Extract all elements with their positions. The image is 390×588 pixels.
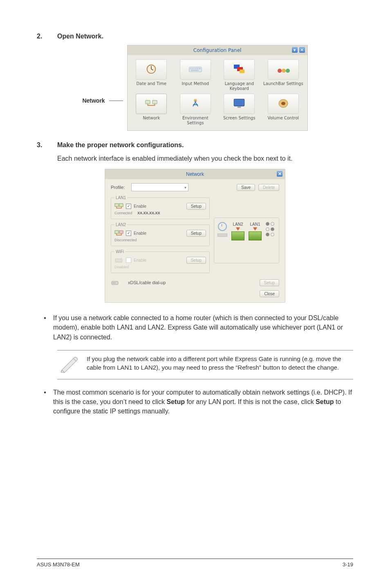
lan1-enable-checkbox[interactable]: ✓ [126,204,131,209]
note-box: If you plug the network cable into a dif… [57,350,353,379]
keyboard-icon [188,63,202,76]
svg-rect-24 [119,204,123,206]
svg-point-22 [281,102,285,105]
setup-bold: Setup [166,398,184,405]
svg-rect-3 [189,67,202,72]
network-icon [144,97,158,110]
svg-point-14 [282,69,286,73]
save-button[interactable]: Save [237,184,255,191]
monitor-icon [232,97,246,110]
refresh-slot-icon [217,233,227,237]
config-item-date-time[interactable]: Date and Time [131,59,173,91]
close-button[interactable]: Close [260,290,279,297]
refresh-icon[interactable] [218,222,227,231]
config-item-label: Date and Time [137,81,167,90]
flags-icon [232,63,246,76]
profile-row: Profile: ▾ Save Delete [111,183,279,191]
minimize-icon[interactable]: ▾ [292,47,298,53]
step-3-heading: 3. Make the proper network configuration… [37,141,353,149]
close-icon[interactable]: ✕ [277,171,282,177]
lan1-setup-button[interactable]: Setup [186,203,206,210]
config-item-label: Environment Settings [175,116,216,126]
bullet-1: • If you use a network cable connected t… [37,313,353,342]
config-item-input-method[interactable]: Input Method [175,59,216,91]
lan1-status: Connected [114,211,132,215]
step-2-number: 2. [37,33,57,40]
svg-rect-12 [240,70,244,73]
config-item-language-keyboard[interactable]: Language and Keyboard [219,59,260,91]
wifi-group: WiFi Enable Setup Disabled [111,249,210,273]
config-panel-title: Configuration Panel [193,47,242,53]
network-callout-label: Network [82,97,105,104]
lan2-group: LAN2 ✓ Enable Setup Disconnected [111,222,210,246]
bullet-2-text: The most common scenario is for your com… [53,388,353,416]
lan1-port-icon [249,231,262,240]
modem-icon [111,279,120,286]
wifi-status: Disabled [114,265,206,269]
wifi-enable-label: Enable [134,258,146,263]
config-item-launchbar[interactable]: LaunchBar Settings [262,59,304,91]
bullet-2-segment: for any LAN port. If this is not the cas… [185,398,316,405]
svg-rect-23 [115,204,119,206]
network-titlebar: Network ✕ [105,169,285,179]
svg-rect-19 [234,99,245,106]
step-3-body: Each network interface is enabled immedi… [57,154,353,163]
lan2-status: Disconnected [114,238,206,242]
svg-rect-17 [152,100,157,104]
pencil-note-icon [60,355,80,375]
network-window: Network ✕ Profile: ▾ Save Delete LAN1 [105,169,285,303]
lan1-ip: XX.XX.XX.XX [137,211,160,215]
svg-point-13 [278,69,282,73]
config-item-screen[interactable]: Screen Settings [219,94,260,126]
svg-rect-20 [238,106,241,108]
config-item-label: Network [143,116,160,125]
config-item-label: Input Method [182,81,209,90]
svg-rect-7 [196,68,197,69]
bullet-marker: • [37,313,53,342]
svg-rect-27 [115,259,121,262]
svg-rect-16 [146,100,150,104]
network-callout-line [109,101,123,101]
bullet-marker: • [37,388,53,416]
svg-rect-26 [119,231,123,233]
lan2-enable-checkbox[interactable]: ✓ [126,231,131,236]
speaker-icon [276,97,290,110]
config-item-label: Screen Settings [223,116,256,125]
configuration-panel-window: Configuration Panel ▾ ✕ Date and Time In… [127,45,308,131]
svg-rect-8 [199,68,201,69]
config-item-volume[interactable]: Volume Control [262,94,304,126]
step-2-heading: 2. Open Network. [37,33,353,40]
svg-rect-5 [192,68,193,69]
wifi-enable-checkbox [126,258,131,263]
lan-icon [114,202,123,210]
xdsl-row: xDSL/cable dial-up Setup [111,279,279,286]
arrow-down-icon [253,227,257,231]
config-item-label: LaunchBar Settings [263,81,303,90]
config-item-environment[interactable]: Environment Settings [175,94,216,126]
arrow-down-icon [236,227,240,231]
ports-panel: LAN2 LAN1 [214,218,279,263]
close-icon[interactable]: ✕ [299,47,305,53]
step-2-title: Open Network. [57,33,103,40]
step-3-title: Make the proper network configurations. [57,141,184,149]
config-panel-figure: Network Configuration Panel ▾ ✕ Date and… [37,45,353,131]
footer-left: ASUS M3N78-EM [37,561,80,568]
bullet-2: • The most common scenario is for your c… [37,388,353,416]
lan-icon [114,229,123,237]
person-icon [188,97,202,110]
delete-button[interactable]: Delete [258,184,279,191]
lan2-setup-button[interactable]: Setup [186,230,206,237]
profile-dropdown[interactable]: ▾ [131,183,188,191]
lan1-enable-label: Enable [134,204,146,209]
svg-rect-9 [191,70,199,71]
step-3-number: 3. [37,141,57,149]
config-item-network[interactable]: Network [131,94,173,126]
bullet-1-text: If you use a network cable connected to … [53,313,353,342]
config-item-label: Volume Control [268,116,299,125]
svg-rect-4 [190,68,191,69]
config-panel-titlebar: Configuration Panel ▾ ✕ [128,45,307,55]
lan1-legend: LAN1 [114,195,127,200]
wifi-legend: WiFi [114,249,125,254]
footer-right: 3-19 [343,561,353,568]
lan2-legend: LAN2 [114,222,127,227]
